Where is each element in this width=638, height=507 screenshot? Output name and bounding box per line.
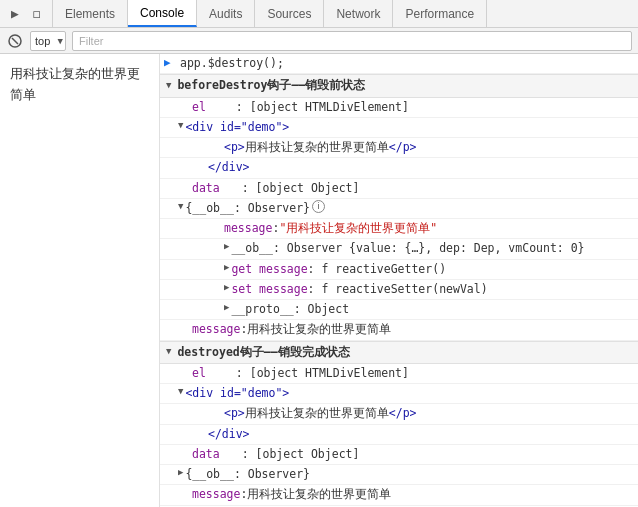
message3-sep: :: [240, 486, 247, 503]
message3-key: message: [192, 486, 240, 503]
devtools-tabbar: ▶ ◻ Elements Console Audits Sources Netw…: [0, 0, 638, 28]
tab-console[interactable]: Console: [128, 0, 197, 27]
console-pane: ▶ app.$destroy(); beforeDestroy钩子——销毁前状态…: [160, 54, 638, 507]
filter-input[interactable]: [72, 31, 632, 51]
command-text: app.$destroy();: [180, 55, 284, 72]
tab-network[interactable]: Network: [324, 0, 393, 27]
div-close-line: </div>: [160, 158, 638, 178]
devtools-icons: ▶ ◻: [0, 0, 53, 27]
inspect-icon[interactable]: ▶: [6, 5, 24, 23]
section1-label: beforeDestroy钩子——销毁前状态: [177, 77, 365, 94]
ob-toggle-icon[interactable]: [224, 240, 229, 254]
div2-toggle-icon[interactable]: [178, 385, 183, 399]
get-line: get message : f reactiveGetter(): [160, 260, 638, 280]
info-icon: i: [312, 200, 325, 213]
get-rest: : f reactiveGetter(): [308, 261, 446, 278]
tab-performance[interactable]: Performance: [393, 0, 487, 27]
el-line: el : [object HTMLDivElement]: [160, 98, 638, 118]
div-close-tag: </div>: [208, 159, 250, 176]
proto-text: __proto__: Object: [231, 301, 349, 318]
console-command-line: ▶ app.$destroy();: [160, 54, 638, 74]
el-value: : [object HTMLDivElement]: [236, 99, 409, 116]
div-open-tag: <div id="demo">: [185, 119, 289, 136]
observer2-line: {__ob__: Observer}: [160, 465, 638, 485]
device-icon[interactable]: ◻: [28, 5, 46, 23]
observer2-label: {__ob__: Observer}: [185, 466, 310, 483]
tab-audits[interactable]: Audits: [197, 0, 255, 27]
p2-tag-line: <p>用科技让复杂的世界更简单</p>: [160, 404, 638, 424]
context-select[interactable]: top: [30, 31, 66, 51]
data-value: : [object Object]: [242, 180, 360, 197]
console-toolbar: top ▼: [0, 28, 638, 54]
proto-line: __proto__: Object: [160, 300, 638, 320]
section1-toggle-icon[interactable]: [166, 79, 171, 93]
message3-line: message : 用科技让复杂的世界更简单: [160, 485, 638, 505]
observer2-toggle-icon[interactable]: [178, 466, 183, 480]
p-tag-line: <p>用科技让复杂的世界更简单</p>: [160, 138, 638, 158]
beforedestroy-section-header[interactable]: beforeDestroy钩子——销毁前状态: [160, 74, 638, 97]
clear-console-button[interactable]: [6, 32, 24, 50]
context-select-wrap[interactable]: top ▼: [30, 31, 66, 51]
proto-toggle-icon[interactable]: [224, 301, 229, 315]
message-colon1: :: [272, 220, 279, 237]
command-arrow-icon: ▶: [164, 55, 171, 72]
section2-label: destroyed钩子——销毁完成状态: [177, 344, 349, 361]
message-key1: message: [224, 220, 272, 237]
div2-close-line: </div>: [160, 425, 638, 445]
message3-val: 用科技让复杂的世界更简单: [247, 486, 391, 503]
ob-line: __ob__: Observer {value: {…}, dep: Dep, …: [160, 239, 638, 259]
set-rest: : f reactiveSetter(newVal): [308, 281, 488, 298]
data-line: data : [object Object]: [160, 179, 638, 199]
div-toggle-icon[interactable]: [178, 119, 183, 133]
get-text: get message: [231, 261, 307, 278]
main-content: 用科技让复杂的世界更简单 ▶ app.$destroy(); beforeDes…: [0, 54, 638, 507]
div-open-line: <div id="demo">: [160, 118, 638, 138]
ob-text: __ob__: Observer {value: {…}, dep: Dep, …: [231, 240, 584, 257]
data2-line: data : [object Object]: [160, 445, 638, 465]
message-string-line: message : "用科技让复杂的世界更简单": [160, 219, 638, 239]
p-tag-text: <p>: [224, 139, 245, 156]
message-plain-sep: :: [240, 321, 247, 338]
p-content: 用科技让复杂的世界更简单: [245, 139, 389, 156]
preview-text: 用科技让复杂的世界更简单: [10, 66, 140, 102]
div2-close-tag: </div>: [208, 426, 250, 443]
observer-label: {__ob__: Observer}: [185, 200, 310, 217]
svg-line-1: [12, 38, 18, 44]
data2-value: : [object Object]: [242, 446, 360, 463]
el-key: el: [192, 99, 206, 116]
div2-open-tag: <div id="demo">: [185, 385, 289, 402]
el2-key: el: [192, 365, 206, 382]
data2-key: data: [192, 446, 220, 463]
set-toggle-icon[interactable]: [224, 281, 229, 295]
el2-line: el : [object HTMLDivElement]: [160, 364, 638, 384]
message-string-val: "用科技让复杂的世界更简单": [279, 220, 437, 237]
message-plain-line: message : 用科技让复杂的世界更简单: [160, 320, 638, 340]
observer-line: {__ob__: Observer} i: [160, 199, 638, 219]
message-plain-val: 用科技让复杂的世界更简单: [247, 321, 391, 338]
data-key: data: [192, 180, 220, 197]
tab-list: Elements Console Audits Sources Network …: [53, 0, 638, 27]
section2-toggle-icon[interactable]: [166, 345, 171, 359]
set-line: set message : f reactiveSetter(newVal): [160, 280, 638, 300]
get-toggle-icon[interactable]: [224, 261, 229, 275]
el2-value: : [object HTMLDivElement]: [236, 365, 409, 382]
observer-toggle-icon[interactable]: [178, 200, 183, 214]
tab-elements[interactable]: Elements: [53, 0, 128, 27]
preview-pane: 用科技让复杂的世界更简单: [0, 54, 160, 507]
tab-sources[interactable]: Sources: [255, 0, 324, 27]
message-plain-key: message: [192, 321, 240, 338]
div2-open-line: <div id="demo">: [160, 384, 638, 404]
set-text: set message: [231, 281, 307, 298]
destroyed-section-header[interactable]: destroyed钩子——销毁完成状态: [160, 341, 638, 364]
